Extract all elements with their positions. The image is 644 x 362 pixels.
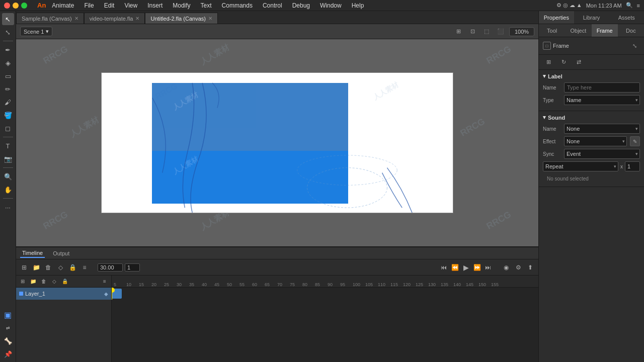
bone-tool[interactable]: 🦴 bbox=[2, 335, 14, 347]
layer-tool-3[interactable]: 🗑 bbox=[39, 277, 48, 286]
no-sound-status: No sound selected bbox=[543, 174, 640, 184]
pin-tool[interactable]: 📌 bbox=[2, 348, 14, 360]
maximize-button[interactable] bbox=[21, 3, 27, 9]
repeat-count-input[interactable] bbox=[625, 161, 640, 171]
transform-tool[interactable]: ⤡ bbox=[2, 26, 14, 38]
panel-tab-assets[interactable]: Assets bbox=[609, 11, 644, 24]
menu-modify[interactable]: Modify bbox=[171, 2, 192, 9]
type-tool[interactable]: T bbox=[2, 140, 14, 152]
sound-sync-label: Sync bbox=[543, 151, 561, 157]
tick-15: 15 bbox=[139, 282, 151, 287]
transform-icon[interactable]: ⊞ bbox=[543, 57, 554, 68]
play-btn[interactable]: ▶ bbox=[461, 262, 471, 273]
playhead[interactable] bbox=[112, 288, 112, 300]
expand-btn[interactable]: ⬆ bbox=[525, 262, 535, 273]
scene-selector[interactable]: Scene 1 ▾ bbox=[20, 27, 52, 36]
panel-sub-object[interactable]: Object bbox=[565, 24, 591, 37]
panel-sub-frame[interactable]: Frame bbox=[592, 24, 618, 37]
tab-untitled[interactable]: Untitled-2.fla (Canvas) ✕ bbox=[145, 13, 217, 24]
tab-video-template[interactable]: video-template.fla ✕ bbox=[84, 13, 145, 24]
frame-expand-icon[interactable]: ⤡ bbox=[629, 40, 640, 51]
minimize-button[interactable] bbox=[13, 3, 19, 9]
menu-text[interactable]: Text bbox=[199, 2, 214, 9]
search-icon[interactable]: 🔍 bbox=[626, 2, 633, 9]
close-button[interactable] bbox=[4, 3, 10, 9]
panel-sub-doc[interactable]: Doc bbox=[618, 24, 644, 37]
eraser-tool[interactable]: ◻ bbox=[2, 122, 14, 134]
tab-timeline[interactable]: Timeline bbox=[20, 249, 45, 258]
menu-commands[interactable]: Commands bbox=[220, 2, 255, 9]
menu-insert[interactable]: Insert bbox=[145, 2, 165, 9]
brush-tool[interactable]: 🖌 bbox=[2, 96, 14, 108]
canvas-btn-4[interactable]: ⬛ bbox=[495, 26, 506, 37]
sound-name-select[interactable]: None bbox=[564, 124, 640, 134]
layer-row-1[interactable]: Layer_1 ◆ bbox=[16, 288, 111, 300]
swap-colors[interactable]: ⇄ bbox=[2, 322, 14, 334]
canvas-btn-3[interactable]: ⬚ bbox=[481, 26, 492, 37]
swap-icon[interactable]: ⇄ bbox=[573, 57, 584, 68]
frame-display[interactable]: 1 bbox=[125, 263, 140, 272]
pen-tool[interactable]: ✒ bbox=[2, 44, 14, 56]
menu-file[interactable]: File bbox=[82, 2, 96, 9]
delete-btn[interactable]: 🗑 bbox=[43, 262, 53, 273]
menu-edit[interactable]: Edit bbox=[102, 2, 117, 9]
forward-btn[interactable]: ⏭ bbox=[483, 262, 493, 273]
layer-tool-5[interactable]: 🔒 bbox=[60, 277, 69, 286]
loop-icon[interactable]: ↻ bbox=[558, 57, 569, 68]
layer-tool-4[interactable]: ◇ bbox=[50, 277, 59, 286]
onion-skin-btn[interactable]: ◉ bbox=[501, 262, 511, 273]
new-layer-btn[interactable]: ⊞ bbox=[19, 262, 29, 273]
tab-sample[interactable]: Sample.fla (Canvas) ✕ bbox=[16, 13, 84, 24]
more-tools[interactable]: ··· bbox=[2, 201, 14, 213]
lock-btn[interactable]: 🔒 bbox=[67, 262, 77, 273]
tab-close-video[interactable]: ✕ bbox=[135, 16, 139, 21]
layer-tool-6[interactable]: ≡ bbox=[100, 277, 109, 286]
tab-close-sample[interactable]: ✕ bbox=[74, 16, 78, 21]
select-tool[interactable]: ↖ bbox=[2, 13, 14, 25]
rewind-btn[interactable]: ⏮ bbox=[439, 262, 449, 273]
sound-effect-select[interactable]: None bbox=[564, 136, 627, 146]
layer-tool-2[interactable]: 📁 bbox=[29, 277, 38, 286]
sound-repeat-select-wrap[interactable]: Repeat Loop bbox=[543, 161, 618, 171]
menu-view[interactable]: View bbox=[122, 2, 139, 9]
fps-display[interactable]: 30.00 bbox=[98, 263, 123, 272]
keyframe-btn[interactable]: ◇ bbox=[55, 262, 65, 273]
pencil-tool[interactable]: ✏ bbox=[2, 83, 14, 95]
panel-sub-tool[interactable]: Tool bbox=[539, 24, 565, 37]
label-type-select-wrap[interactable]: Name Comment Anchor bbox=[564, 95, 640, 105]
color-stroke[interactable]: ▣ bbox=[2, 309, 14, 321]
step-back-btn[interactable]: ⏪ bbox=[450, 262, 460, 273]
layer-tool-1[interactable]: ⊞ bbox=[18, 277, 27, 286]
label-name-input[interactable] bbox=[564, 82, 640, 93]
sound-name-select-wrap[interactable]: None bbox=[564, 124, 640, 134]
canvas-btn-1[interactable]: ⊞ bbox=[453, 26, 464, 37]
panel-tab-library[interactable]: Library bbox=[574, 11, 609, 24]
tab-close-untitled[interactable]: ✕ bbox=[208, 16, 212, 21]
label-type-select[interactable]: Name Comment Anchor bbox=[564, 95, 640, 105]
sound-sync-select[interactable]: Event Start Stop Stream bbox=[564, 149, 640, 159]
sound-effect-edit-btn[interactable]: ✎ bbox=[630, 136, 640, 146]
folder-btn[interactable]: 📁 bbox=[31, 262, 41, 273]
menu-control[interactable]: Control bbox=[261, 2, 284, 9]
panel-tab-properties[interactable]: Properties bbox=[539, 11, 574, 24]
sound-effect-select-wrap[interactable]: None bbox=[564, 136, 627, 146]
menu-help[interactable]: Help bbox=[350, 2, 366, 9]
sound-sync-select-wrap[interactable]: Event Start Stop Stream bbox=[564, 149, 640, 159]
menu-window[interactable]: Window bbox=[318, 2, 344, 9]
zoom-display[interactable]: 100% bbox=[509, 27, 534, 36]
paint-bucket[interactable]: 🪣 bbox=[2, 109, 14, 121]
shape-tool[interactable]: ▭ bbox=[2, 70, 14, 82]
anchor-tool[interactable]: ◈ bbox=[2, 57, 14, 69]
sound-repeat-select[interactable]: Repeat Loop bbox=[543, 161, 618, 171]
menu-debug[interactable]: Debug bbox=[290, 2, 312, 9]
controls-icon[interactable]: ≡ bbox=[637, 3, 640, 9]
hand-tool[interactable]: ✋ bbox=[2, 184, 14, 196]
more-btn[interactable]: ≡ bbox=[79, 262, 90, 273]
canvas-btn-2[interactable]: ⊡ bbox=[467, 26, 478, 37]
zoom-tool[interactable]: 🔍 bbox=[2, 170, 14, 183]
tab-output[interactable]: Output bbox=[51, 249, 71, 257]
panel-sub-tabs: Tool Object Frame Doc bbox=[539, 24, 644, 37]
camera-tool[interactable]: 📷 bbox=[2, 153, 14, 165]
step-fwd-btn[interactable]: ⏩ bbox=[472, 262, 482, 273]
timeline-settings[interactable]: ⚙ bbox=[513, 262, 523, 273]
